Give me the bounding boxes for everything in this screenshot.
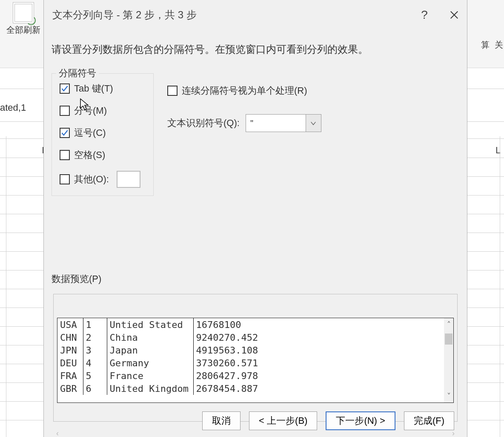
help-button[interactable]: ?: [416, 8, 433, 22]
finish-button[interactable]: 完成(F): [404, 411, 454, 430]
scrollbar-thumb[interactable]: [445, 334, 452, 345]
table-cell: 2806427.978: [193, 369, 453, 382]
table-cell: 16768100: [193, 318, 453, 331]
consecutive-label: 连续分隔符号视为单个处理(R): [182, 84, 307, 97]
table-cell: China: [107, 331, 193, 344]
formula-bar-text: ated,1: [0, 102, 26, 113]
preview-label: 数据预览(P): [52, 273, 101, 285]
preview-vertical-scrollbar[interactable]: ˄ ˅: [444, 318, 453, 402]
delimiters-fieldset: 分隔符号 Tab 键(T) 分号(M) 逗号(C): [52, 73, 154, 196]
table-cell: FRA: [57, 369, 83, 382]
refresh-all-label: 全部刷新: [6, 24, 40, 36]
table-cell: 9240270.452: [193, 331, 453, 344]
scroll-down-icon: ˅: [447, 391, 451, 401]
back-button[interactable]: < 上一步(B): [249, 411, 317, 430]
wizard-instruction: 请设置分列数据所包含的分隔符号。在预览窗口内可看到分列的效果。: [52, 43, 459, 56]
tab-checkbox[interactable]: [60, 83, 70, 94]
other-checkbox[interactable]: [60, 174, 70, 184]
other-delimiter-input[interactable]: [117, 171, 140, 188]
table-cell: 3730260.571: [193, 356, 453, 369]
semicolon-label: 分号(M): [74, 104, 107, 117]
table-row[interactable]: JPN3Japan4919563.108: [57, 344, 453, 356]
space-label: 空格(S): [74, 149, 105, 161]
data-preview-box: USA1Untied Stated16768100CHN2China924027…: [53, 294, 458, 422]
table-cell: JPN: [57, 344, 83, 356]
scroll-up-icon: ˄: [447, 320, 451, 329]
table-cell: 4: [83, 356, 107, 369]
table-cell: 5: [83, 369, 107, 382]
consecutive-checkbox[interactable]: [167, 86, 178, 96]
table-cell: 2: [83, 331, 107, 344]
table-cell: United Kingdom: [107, 382, 193, 395]
text-qualifier-value: ": [246, 115, 306, 132]
space-checkbox[interactable]: [60, 150, 70, 160]
dialog-title: 文本分列向导 - 第 2 步，共 3 步: [52, 8, 416, 22]
table-cell: Japan: [107, 344, 193, 356]
table-cell: 1: [83, 318, 107, 331]
dialog-titlebar: 文本分列向导 - 第 2 步，共 3 步 ?: [44, 0, 467, 30]
table-row[interactable]: FRA5France2806427.978: [57, 369, 453, 382]
table-cell: France: [107, 369, 193, 382]
combo-dropdown-button[interactable]: [306, 115, 321, 132]
table-cell: DEU: [57, 356, 83, 369]
chevron-down-icon: [310, 120, 317, 126]
table-cell: Untied Stated: [107, 318, 193, 331]
comma-checkbox[interactable]: [60, 128, 70, 138]
close-icon: [450, 10, 459, 20]
table-cell: 4919563.108: [193, 344, 453, 356]
table-cell: GBR: [57, 382, 83, 395]
table-cell: 6: [83, 382, 107, 395]
text-qualifier-combo[interactable]: ": [246, 114, 321, 132]
table-row[interactable]: USA1Untied Stated16768100: [57, 318, 453, 331]
close-button[interactable]: [446, 6, 463, 23]
tab-label: Tab 键(T): [74, 82, 113, 95]
table-cell: CHN: [57, 331, 83, 344]
semicolon-checkbox[interactable]: [60, 106, 70, 116]
table-cell: Germany: [107, 356, 193, 369]
delimiters-legend: 分隔符号: [56, 67, 99, 80]
cancel-button[interactable]: 取消: [202, 411, 241, 430]
refresh-icon: [13, 2, 34, 23]
table-cell: 3: [83, 344, 107, 356]
next-button[interactable]: 下一步(N) >: [326, 411, 395, 430]
table-row[interactable]: GBR6United Kingdom2678454.887: [57, 382, 453, 395]
table-row[interactable]: CHN2China9240270.452: [57, 331, 453, 344]
ribbon-right-labels: 算 关: [481, 39, 503, 51]
refresh-all-button[interactable]: 全部刷新: [6, 2, 40, 36]
text-qualifier-label: 文本识别符号(Q):: [167, 117, 240, 129]
table-row[interactable]: DEU4Germany3730260.571: [57, 356, 453, 369]
comma-label: 逗号(C): [74, 126, 106, 139]
table-cell: USA: [57, 318, 83, 331]
data-preview-grid[interactable]: USA1Untied Stated16768100CHN2China924027…: [57, 318, 454, 403]
table-cell: 2678454.887: [193, 382, 453, 395]
text-to-columns-wizard-dialog: 文本分列向导 - 第 2 步，共 3 步 ? 请设置分列数据所包含的分隔符号。在…: [43, 0, 467, 437]
other-label: 其他(O):: [74, 173, 109, 186]
